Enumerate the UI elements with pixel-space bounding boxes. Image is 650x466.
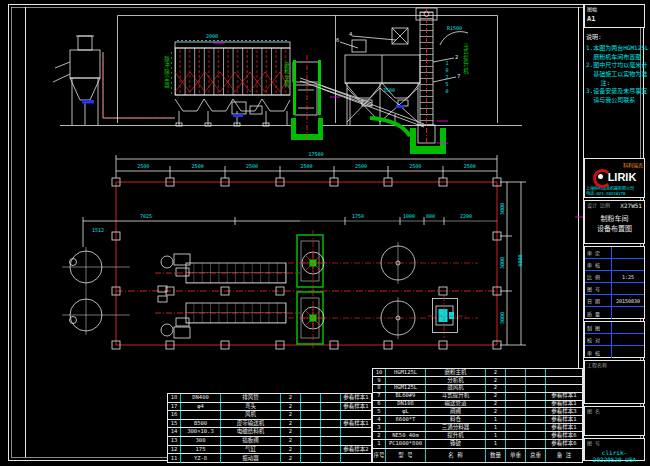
mill-elevation	[291, 55, 340, 140]
bom-header-note: 备 注	[546, 449, 582, 462]
note-line: 基础施工以实物为准	[586, 70, 644, 79]
bom-table-right: 10 HGM125L 磨粉主机 2 9 分析机 2 8 HGM125L	[372, 368, 583, 448]
note-line: 请与我公司联系	[586, 96, 644, 105]
callout-4: 4	[349, 31, 352, 37]
bom-row[interactable]: 7 BL60#9 斗式提升机 2 参看样本1	[373, 393, 582, 401]
corner-box: 图幅 A1	[584, 4, 645, 28]
bom-header-total-weight: 总重	[526, 449, 546, 462]
bom-header-qty: 数量	[486, 449, 506, 462]
plan-mid-dim-4: 2200	[460, 214, 472, 219]
drawing-number-box: 图 号 clirik-20220520-U5A	[584, 438, 645, 461]
logo-brand-text: LIRIK	[608, 171, 637, 183]
sheet-name-box: 图 名	[584, 406, 645, 436]
logo-brand-cn: 科利瑞克	[586, 161, 643, 168]
dim-label: 2500	[388, 163, 442, 169]
bom-row[interactable]: 6 DN108 输送管道 2 参看样本1	[373, 401, 582, 409]
notes-title: 说明:	[586, 34, 644, 41]
bom-row[interactable]: 5 φL 闸阀 2 参看样本3	[373, 408, 582, 416]
scale-caption: 设计 比例	[587, 203, 610, 210]
note-line: 1.本图为两台HGM125L	[586, 44, 644, 53]
label-mill: 磨粉主机	[283, 62, 291, 88]
plan-top-total-dim: 17500	[286, 152, 346, 157]
bom-row[interactable]: 12 175 气缸 2 参看样本2	[168, 446, 371, 455]
label-elevator: 斗式提升机	[462, 42, 470, 75]
note-line: 3.设备安装及未尽事宜	[586, 87, 644, 96]
title-block-row: 审 核	[585, 346, 644, 358]
drawing-title: 设备布置图	[587, 225, 642, 233]
plan-right-total-dim: 9000	[518, 254, 523, 266]
dim-label: 3000	[496, 236, 508, 290]
note-line: 注:	[586, 79, 644, 88]
dim-label: 2500	[443, 163, 497, 169]
dim-label: 2500	[225, 163, 279, 169]
bom-row[interactable]: 10 HGM125L 磨粉主机 2	[373, 369, 582, 377]
corner-line2: A1	[587, 15, 642, 23]
plan-silo-circles	[381, 242, 415, 339]
title-block-row: 审 核	[585, 259, 644, 271]
corner-line1: 图幅	[587, 7, 642, 12]
dim-label: 2500	[334, 163, 388, 169]
bom-row[interactable]: 2 NE50 40m 提升机 1 参看样本6	[373, 432, 582, 440]
dim-label: 3000	[496, 182, 508, 236]
label-bag-filter: 脉冲除尘器	[163, 56, 171, 89]
clirik-logo[interactable]: LIRIK	[586, 169, 643, 184]
bom-row[interactable]: 16 风机 2	[168, 411, 371, 420]
silos-elevation	[345, 28, 420, 125]
sheet-name-label: 图 名	[587, 409, 642, 414]
title-panel: 图幅 A1 说明: 1.本图为两台HGM125L 磨粉机车间布置图2.图中尺寸均…	[583, 4, 644, 461]
notes-block: 说明: 1.本图为两台HGM125L 磨粉机车间布置图2.图中尺寸均以毫米计 基…	[586, 34, 644, 105]
bom-header-unit-weight: 单重	[506, 449, 526, 462]
bag-filter-elevation	[172, 41, 291, 127]
title-block-row: 日 期 20150830	[585, 295, 644, 307]
title-block-row: 比 例 1:25	[585, 271, 644, 283]
drawing-title-box: 设计 比例 X27W51 制粉车间 设备布置图	[584, 200, 645, 244]
callout-2: 2	[455, 54, 458, 60]
title-block-row: 制 图	[585, 322, 644, 334]
dim-label: 3000	[496, 291, 508, 345]
dept-name: 制粉车间	[587, 215, 642, 223]
bom-row[interactable]: 8 HGM125L 鼓风机 2	[373, 385, 582, 393]
drawing-number-label: 图 号	[587, 441, 642, 446]
plan-mid-dim-2: 1000	[403, 214, 415, 219]
bom-row[interactable]: 9 分析机 2	[373, 377, 582, 385]
bom-row[interactable]: 11 YZ-8 振动器 2	[168, 454, 371, 463]
bom-row[interactable]: 1 PC1000*800 锤破 1 参看样本6	[373, 440, 582, 448]
dim-label: 2500	[279, 163, 333, 169]
bom-header-model: 型 号	[386, 449, 426, 462]
plan-left-dim: 7025	[140, 214, 152, 219]
bom-row[interactable]: 15 B500 皮带输送机 2 参看样本1	[168, 420, 371, 429]
bom-header: 序号 型 号 名 称 数量 单重 总重 备 注	[372, 448, 583, 463]
plan-elevator-room	[428, 296, 468, 338]
project-name-box: 工程名称	[584, 360, 645, 404]
cad-drawing-canvas: 2000 R1500 10250 3500 脉冲除尘器 磨粉主机 斗式提升机 2…	[0, 0, 650, 466]
logo-box: 科利瑞克 LIRIK 上海科利瑞克机器有限公司 电话:021-20236178	[584, 158, 645, 198]
plan-right-dims: 300030003000	[496, 182, 508, 345]
bom-row[interactable]: 4 6600*T 料仓 1 参看样本1	[373, 416, 582, 424]
drawing-number: clirik-20220520-U5A	[587, 449, 642, 463]
plan-left-dimension	[83, 217, 497, 247]
plan-bag-filters	[155, 254, 300, 338]
callout-7: 7	[457, 73, 460, 79]
plan-mills	[288, 230, 478, 348]
bom-row[interactable]: 3 三通分料器 1 参看样本1	[373, 424, 582, 432]
bom-row[interactable]: 13 300 插板阀 2	[168, 437, 371, 446]
plan-left-small-dim: 1512	[92, 228, 104, 233]
bom-row[interactable]: 17 φ4 弯头 2 参看样本1	[168, 403, 371, 412]
dim-label: 2500	[170, 163, 224, 169]
dim-label: 2500	[116, 163, 170, 169]
title-block-row: 图 号	[585, 283, 644, 295]
bom-row[interactable]: 14 300×10.3 电磁给料机 2	[168, 428, 371, 437]
title-block-row: 质 量	[585, 307, 644, 319]
plan-mid-dim-3: 800	[426, 214, 435, 219]
note-line: 磨粉机车间布置图	[586, 53, 644, 62]
company-line2: 电话:021-20236178	[586, 191, 643, 196]
callout-6: 6	[336, 37, 339, 43]
clirik-logo-c-icon	[593, 169, 608, 184]
elev-silo-dim: 3500	[383, 88, 395, 93]
title-block-row: 审 定	[585, 247, 644, 259]
project-name-label: 工程名称	[587, 363, 642, 368]
bom-row[interactable]: 18 DN400 排风管 2 参看样本1	[168, 394, 371, 403]
elev-radius-dim: R1500	[447, 26, 462, 31]
cyclone-elevation	[53, 36, 175, 125]
notes-lines: 1.本图为两台HGM125L 磨粉机车间布置图2.图中尺寸均以毫米计 基础施工以…	[586, 44, 644, 105]
